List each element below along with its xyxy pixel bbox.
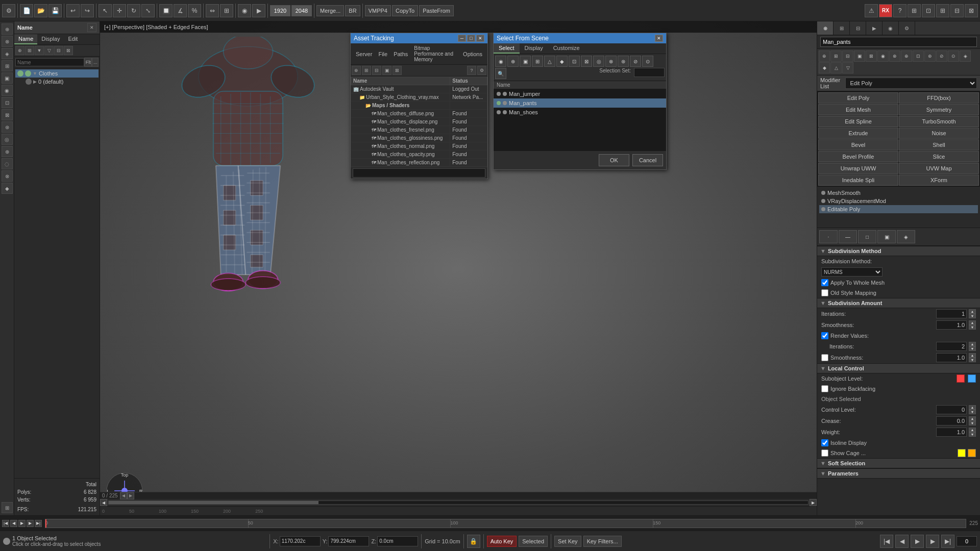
- selection-set-input[interactable]: [634, 68, 665, 77]
- smooth-down[interactable]: ▼: [969, 325, 976, 330]
- sel-tb-10[interactable]: ⊗: [605, 56, 617, 67]
- sidebar-icon-7[interactable]: ⊡: [2, 97, 13, 108]
- r-icon-5[interactable]: ⊠: [866, 51, 877, 62]
- sidebar-icon-9[interactable]: ⊛: [2, 121, 13, 133]
- move-icon[interactable]: ✛: [113, 4, 126, 17]
- sel-tb-2[interactable]: ⊕: [507, 56, 519, 67]
- asset-menu-file[interactable]: File: [375, 50, 390, 58]
- subobj-element[interactable]: ◈: [897, 230, 915, 243]
- scene-tab-display[interactable]: Display: [37, 34, 64, 44]
- section-header-local-control[interactable]: ▼ Local Control: [817, 363, 980, 373]
- r-icon-9[interactable]: ⊡: [913, 51, 924, 62]
- sidebar-icon-1[interactable]: ⊕: [2, 23, 13, 35]
- extra2-icon[interactable]: ⊡: [922, 4, 935, 17]
- select-tab-select[interactable]: Select: [494, 43, 520, 54]
- sel-tb-13[interactable]: ⊙: [642, 56, 653, 67]
- select-dialog-header[interactable]: Select From Scene ✕: [494, 33, 666, 43]
- set-key-button[interactable]: Set Key: [554, 536, 581, 547]
- z-value[interactable]: 0.0cm: [377, 536, 418, 546]
- scene-close-icon[interactable]: ✕: [87, 23, 96, 32]
- scene-tb-5[interactable]: ⊠: [64, 46, 73, 55]
- sidebar-icon-8[interactable]: ⊠: [2, 109, 13, 120]
- asset-dialog-header[interactable]: Asset Tracking ─ □ ✕: [351, 33, 487, 43]
- auto-key-button[interactable]: Auto Key: [487, 536, 517, 547]
- snap-icon[interactable]: 🔲: [159, 4, 173, 17]
- open-icon[interactable]: 📂: [34, 4, 47, 17]
- crease-spinner[interactable]: ▲ ▼: [969, 416, 976, 425]
- mod-btn-unwrap[interactable]: Unwrap UWW: [818, 163, 898, 174]
- select-cancel-button[interactable]: Cancel: [632, 154, 663, 166]
- extra4-icon[interactable]: ⊟: [950, 4, 964, 17]
- playback-next[interactable]: ▶: [926, 535, 939, 548]
- r-icon-2[interactable]: ⊞: [830, 51, 842, 62]
- right-tab-utilities[interactable]: ⚙: [899, 21, 915, 35]
- sel-tb-11[interactable]: ⊛: [618, 56, 629, 67]
- rx-icon[interactable]: RX: [879, 4, 892, 17]
- align-icon[interactable]: ⊞: [220, 4, 233, 17]
- warning-icon[interactable]: ⚠: [865, 4, 878, 17]
- extra3-icon[interactable]: ⊞: [936, 4, 949, 17]
- asset-row-3[interactable]: 🗺Man_clothes_diffuse.pngFound: [351, 110, 487, 118]
- viewport-area[interactable]: [+] [Perspective] [Shaded + Edged Faces]: [100, 21, 817, 515]
- sel-tb-4[interactable]: ⊞: [532, 56, 543, 67]
- render-iter-input[interactable]: [936, 342, 967, 351]
- ctrl-level-spinner[interactable]: ▲ ▼: [969, 405, 976, 414]
- r-icon-6[interactable]: ◉: [877, 51, 889, 62]
- scene-tab-edit[interactable]: Edit: [64, 34, 82, 44]
- timeline-next[interactable]: ▶: [27, 520, 34, 527]
- sel-tb-find[interactable]: 🔍: [495, 68, 506, 79]
- frame-prev[interactable]: ◀: [120, 492, 127, 499]
- asset-tb-help[interactable]: ?: [467, 66, 476, 75]
- resolution-width[interactable]: 1920: [270, 5, 290, 16]
- mod-btn-uvwmap[interactable]: UVW Map: [899, 163, 979, 174]
- sel-tb-1[interactable]: ◉: [495, 56, 506, 67]
- mod-btn-slice[interactable]: Slice: [899, 151, 979, 162]
- frame-next[interactable]: ▶: [127, 492, 134, 499]
- subobj-border[interactable]: □: [858, 230, 876, 243]
- scene-filter-input[interactable]: [15, 58, 84, 66]
- mod-btn-inedable[interactable]: Inedable Spli: [818, 174, 898, 186]
- pastefrom-button[interactable]: PasteFrom: [419, 5, 454, 16]
- ctrl-down[interactable]: ▼: [969, 410, 976, 414]
- resolution-height[interactable]: 2048: [291, 5, 312, 16]
- asset-minimize-btn[interactable]: ─: [458, 35, 466, 42]
- section-header-soft-sel[interactable]: ▼ Soft Selection: [817, 458, 980, 468]
- app-menu-icon[interactable]: ⚙: [2, 4, 15, 17]
- sidebar-icon-11[interactable]: ⊕: [2, 146, 13, 157]
- sidebar-icon-14[interactable]: ◆: [2, 183, 13, 194]
- extra1-icon[interactable]: ⊞: [908, 4, 921, 17]
- sel-tb-3[interactable]: ▣: [520, 56, 531, 67]
- scene-tb-4[interactable]: ⊟: [54, 46, 63, 55]
- mod-btn-turbosmooth[interactable]: TurboSmooth: [899, 116, 979, 127]
- right-tab-motion[interactable]: ▶: [866, 21, 883, 35]
- stack-item-editable-poly[interactable]: Editable Poly: [819, 205, 978, 213]
- asset-maximize-btn[interactable]: □: [467, 35, 475, 42]
- scroll-left-arrow[interactable]: ◀: [100, 499, 107, 506]
- r-icon-13[interactable]: ◈: [960, 51, 971, 62]
- new-icon[interactable]: 📄: [20, 4, 33, 17]
- select-icon[interactable]: ↖: [99, 4, 112, 17]
- br-button[interactable]: BR: [345, 5, 360, 16]
- select-tab-customize[interactable]: Customize: [548, 43, 585, 54]
- scroll-thumb[interactable]: [109, 501, 318, 504]
- playback-play[interactable]: ▶: [911, 535, 924, 548]
- scroll-right-arrow[interactable]: ▶: [810, 499, 817, 506]
- asset-row-2[interactable]: 📂Maps / Shaders: [351, 102, 487, 110]
- r-icon-3[interactable]: ⊟: [842, 51, 853, 62]
- mod-btn-editpoly[interactable]: Edit Poly: [818, 92, 898, 104]
- sel-tb-8[interactable]: ⊠: [581, 56, 592, 67]
- sel-tb-7[interactable]: ⊡: [569, 56, 580, 67]
- mod-btn-bevel[interactable]: Bevel: [818, 139, 898, 151]
- mod-btn-ffd[interactable]: FFD(box): [899, 92, 979, 104]
- undo-icon[interactable]: ↩: [66, 4, 80, 17]
- weight-down[interactable]: ▼: [969, 432, 976, 437]
- right-tab-hierarchy[interactable]: ⊟: [850, 21, 866, 35]
- crease-up[interactable]: ▲: [969, 416, 976, 421]
- extra5-icon[interactable]: ⊠: [965, 4, 978, 17]
- playback-start[interactable]: |◀: [880, 535, 893, 548]
- crease-down[interactable]: ▼: [969, 421, 976, 425]
- asset-row-1[interactable]: 📁Urban_Style_Clothing_vray.maxNetwork Pa…: [351, 93, 487, 102]
- sidebar-icon-6[interactable]: ◉: [2, 85, 13, 96]
- rsmooth-up[interactable]: ▲: [969, 353, 976, 358]
- scene-tb-filter[interactable]: ▽: [44, 46, 54, 55]
